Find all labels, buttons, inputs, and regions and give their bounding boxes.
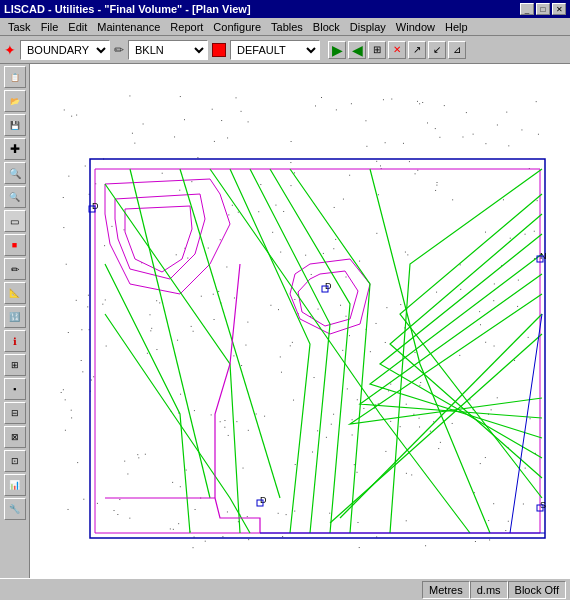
left-btn-new[interactable]: 📋 <box>4 66 26 88</box>
menu-tables[interactable]: Tables <box>267 20 307 34</box>
left-btn-zoom-in[interactable]: 🔍 <box>4 162 26 184</box>
left-btn-save[interactable]: 💾 <box>4 114 26 136</box>
status-bar: Metres d.ms Block Off <box>0 578 570 600</box>
menu-task[interactable]: Task <box>4 20 35 34</box>
minimize-button[interactable]: _ <box>520 3 534 15</box>
menu-display[interactable]: Display <box>346 20 390 34</box>
left-btn-chart[interactable]: 📊 <box>4 474 26 496</box>
title-text: LISCAD - Utilities - "Final Volume" - [P… <box>4 3 251 15</box>
nav-icon-5[interactable]: ↗ <box>408 41 426 59</box>
nav-icon-3[interactable]: ⊞ <box>368 41 386 59</box>
nav-icon-4[interactable]: ✕ <box>388 41 406 59</box>
left-btn-circle[interactable]: ⊡ <box>4 450 26 472</box>
menu-edit[interactable]: Edit <box>64 20 91 34</box>
left-btn-select[interactable]: ▭ <box>4 210 26 232</box>
title-buttons[interactable]: _ □ ✕ <box>520 3 566 15</box>
left-btn-box[interactable]: ▪ <box>4 378 26 400</box>
maximize-button[interactable]: □ <box>536 3 550 15</box>
left-btn-info[interactable]: ℹ <box>4 330 26 352</box>
left-btn-measure[interactable]: 📐 <box>4 282 26 304</box>
nav-icon-1[interactable]: ▶ <box>328 41 346 59</box>
menu-file[interactable]: File <box>37 20 63 34</box>
color-swatch[interactable] <box>212 43 226 57</box>
left-btn-zoom-out[interactable]: 🔍 <box>4 186 26 208</box>
snap-indicator: ✦ <box>4 42 16 58</box>
layer-default-select[interactable]: DEFAULT <box>230 40 320 60</box>
menu-report[interactable]: Report <box>166 20 207 34</box>
left-btn-draw[interactable]: ■ <box>4 234 26 256</box>
plan-view-canvas[interactable] <box>30 64 570 578</box>
nav-icon-7[interactable]: ⊿ <box>448 41 466 59</box>
menu-configure[interactable]: Configure <box>209 20 265 34</box>
toolbar: ✦ BOUNDARY ✏ BKLN DEFAULT ▶ ◀ ⊞ ✕ ↗ ↙ ⊿ <box>0 36 570 64</box>
plan-canvas[interactable] <box>30 64 570 578</box>
left-btn-cross[interactable]: ⊠ <box>4 426 26 448</box>
left-btn-grid[interactable]: ⊞ <box>4 354 26 376</box>
menu-maintenance[interactable]: Maintenance <box>93 20 164 34</box>
left-btn-number[interactable]: 🔢 <box>4 306 26 328</box>
status-dms: d.ms <box>470 581 508 599</box>
status-metres: Metres <box>422 581 470 599</box>
title-bar: LISCAD - Utilities - "Final Volume" - [P… <box>0 0 570 18</box>
left-btn-open[interactable]: 📂 <box>4 90 26 112</box>
left-btn-pen[interactable]: ✏ <box>4 258 26 280</box>
nav-icon-2[interactable]: ◀ <box>348 41 366 59</box>
left-btn-add[interactable]: ✚ <box>4 138 26 160</box>
menu-bar: Task File Edit Maintenance Report Config… <box>0 18 570 36</box>
layer-boundary-select[interactable]: BOUNDARY <box>20 40 110 60</box>
layer-bkln-select[interactable]: BKLN <box>128 40 208 60</box>
status-block-off: Block Off <box>508 581 566 599</box>
menu-help[interactable]: Help <box>441 20 472 34</box>
menu-window[interactable]: Window <box>392 20 439 34</box>
left-btn-subtract[interactable]: ⊟ <box>4 402 26 424</box>
left-btn-settings[interactable]: 🔧 <box>4 498 26 520</box>
menu-block[interactable]: Block <box>309 20 344 34</box>
nav-icon-6[interactable]: ↙ <box>428 41 446 59</box>
pencil-icon: ✏ <box>114 43 124 57</box>
main-content: 📋 📂 💾 ✚ 🔍 🔍 ▭ ■ ✏ 📐 🔢 ℹ ⊞ ▪ ⊟ ⊠ ⊡ 📊 🔧 <box>0 64 570 578</box>
left-toolbar: 📋 📂 💾 ✚ 🔍 🔍 ▭ ■ ✏ 📐 🔢 ℹ ⊞ ▪ ⊟ ⊠ ⊡ 📊 🔧 <box>0 64 30 578</box>
close-button[interactable]: ✕ <box>552 3 566 15</box>
